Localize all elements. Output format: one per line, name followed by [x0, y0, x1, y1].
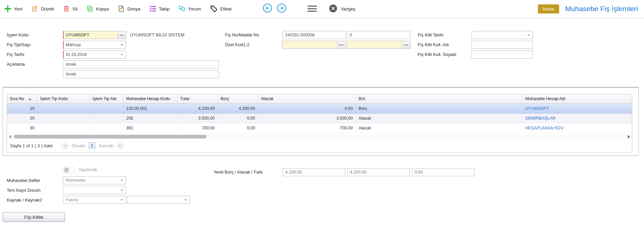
cell-hesap-kodu: 255 [123, 113, 177, 123]
nav-prev-button[interactable] [262, 3, 272, 14]
horizontal-scrollbar[interactable] [7, 134, 632, 139]
copy-button[interactable]: Kopya [86, 5, 109, 12]
comment-button[interactable]: Yorum [178, 5, 201, 12]
page-title: Muhasebe Fiş İşlemleri [565, 5, 638, 13]
follow-button[interactable]: Takip [149, 5, 170, 12]
cell-ba: Alacak [356, 123, 522, 133]
isyeri-kodu-label: İşyeri Kodu [7, 31, 29, 39]
col-header-islem-tip-adi[interactable]: İşlem Tip Adı [90, 94, 123, 103]
company-name-text: UYUMSOFT BİLGİ SİSTEM [130, 31, 185, 39]
yerel-label: Yerel Borç / Alacak / Fark [214, 168, 262, 176]
page-next-button[interactable] [117, 143, 123, 149]
yerel-alacak-field[interactable]: 4.200,00 [347, 168, 410, 176]
ters-kayit-dropdown[interactable] [63, 186, 126, 194]
copy-icon [86, 5, 94, 12]
cell-borc: 0,00 [218, 123, 258, 133]
isyeri-kodu-lookup-button[interactable]: ••• [118, 31, 126, 39]
col-header-borc[interactable]: Borç [218, 94, 258, 103]
cell-tutar: 3.500,00 [177, 113, 218, 123]
ozel-kod2-field[interactable] [347, 41, 402, 49]
col-header-alacak[interactable]: Alacak [258, 94, 356, 103]
cell-tutar: 4.200,00 [177, 103, 218, 113]
cell-sira-no: 30 [7, 123, 37, 133]
edit-button-label: Düzelt [41, 6, 54, 11]
kaynak-dropdown[interactable]: Fatura [63, 196, 126, 204]
new-button-label: Yeni [14, 6, 23, 11]
fis-tipi-dropdown[interactable]: Mahsup [63, 41, 126, 49]
fis-no-field[interactable]: 240331-000008 [282, 31, 346, 39]
kaynak-label: Kaynak / Kaynak2 [7, 196, 42, 204]
aciklama-field-1[interactable]: örnek [63, 60, 219, 68]
copy-button-label: Kopya [96, 6, 109, 11]
chevron-down-icon [121, 189, 123, 191]
col-header-ba[interactable]: B/A [356, 94, 522, 103]
fis-kilit-tarihi-dropdown[interactable] [472, 31, 533, 39]
kaynak2-dropdown[interactable] [127, 196, 190, 204]
comments-icon [178, 5, 186, 12]
fis-kilit-kull-soyadi-field[interactable] [472, 51, 533, 59]
table-row[interactable]: 30 391 700,00 0,00 700,00 Alacak HESAPLA… [7, 123, 632, 133]
cell-alacak: 0,00 [258, 103, 356, 113]
madde-no-field[interactable]: 0 [347, 31, 410, 39]
fis-tarihi-dropdown[interactable]: 31.03.2024 [63, 51, 126, 59]
chevron-down-icon [121, 54, 123, 56]
label-button-label: Etiket [220, 6, 232, 11]
cell-borc: 4.200,00 [218, 103, 258, 113]
aciklama-field-2[interactable]: örnek [63, 70, 219, 78]
comment-button-label: Yorum [188, 6, 201, 11]
file-button-label: Dosya [127, 6, 140, 11]
cell-islem-tip-kodu [37, 123, 90, 133]
sort-asc-icon [29, 98, 31, 100]
cell-hesap-kodu: 391 [123, 123, 177, 133]
label-button[interactable]: Etiket [210, 5, 232, 13]
col-header-muhasebe-hesap-adi[interactable]: Muhasebe Hesap Adı [522, 94, 632, 103]
follow-button-label: Takip [159, 6, 170, 11]
cell-islem-tip-adi [90, 123, 123, 133]
fis-kilit-kull-adi-field[interactable] [472, 41, 533, 49]
close-icon [328, 4, 338, 14]
new-button[interactable]: Yeni [4, 5, 23, 12]
table-row[interactable]: 10 120.00.001 4.200,00 4.200,00 0,00 Bor… [7, 103, 632, 113]
yerel-fark-field[interactable]: 0,00 [412, 168, 475, 176]
cell-sira-no: 20 [7, 113, 37, 123]
record-nav [262, 3, 287, 14]
incele-button[interactable]: İncele [538, 4, 559, 13]
cell-sira-no: 10 [7, 103, 37, 113]
col-header-islem-tip-kodu[interactable]: İşlem Tip Kodu [37, 94, 90, 103]
col-header-muhasebe-hesap-kodu[interactable]: Muhasebe Hesap Kodu [123, 94, 177, 103]
yerel-borc-field[interactable]: 4.200,00 [283, 168, 345, 176]
edit-icon [31, 5, 39, 12]
prev-label[interactable]: Önceki [72, 143, 85, 148]
cancel-button[interactable]: Vazgeç [328, 4, 355, 14]
chevron-left-icon [64, 144, 66, 147]
cancel-button-label: Vazgeç [341, 6, 355, 11]
muhasebe-defter-dropdown[interactable]: Muhasebe [63, 176, 126, 184]
menu-icon[interactable] [308, 5, 318, 12]
page-prev-button[interactable] [62, 143, 68, 149]
scroll-left-icon[interactable] [9, 135, 11, 139]
ozel-kod1-field[interactable] [282, 41, 337, 49]
next-label[interactable]: Sonraki [99, 143, 114, 148]
edit-button[interactable]: Düzelt [31, 5, 54, 12]
ozel-kod1-lookup-button[interactable]: ••• [337, 41, 346, 49]
delete-button[interactable]: Sil [63, 5, 77, 12]
fis-tarihi-label: Fiş Tarihi [7, 51, 24, 59]
col-header-sira-no[interactable]: Sıra No [7, 94, 37, 103]
table-row[interactable]: 20 255 3.500,00 0,00 3.500,00 Alacak DEM… [7, 113, 632, 123]
scroll-right-icon[interactable] [628, 135, 630, 139]
cell-hesap-adi: UYUMSOFT. [522, 103, 632, 113]
fisi-kilitle-button[interactable]: Fişi Kilitle [3, 212, 65, 222]
yazdirildi-toggle[interactable] [63, 166, 75, 173]
scrollbar-thumb[interactable] [14, 135, 206, 139]
pagination-summary: Sayfa 1 of 1 ( 3 ) Adet [10, 143, 53, 148]
col-header-tutar[interactable]: Tutar [177, 94, 218, 103]
page-number[interactable]: 1 [89, 142, 95, 149]
file-button[interactable]: Dosya [118, 5, 140, 12]
ters-kayit-label: Ters Kayıt Durum [7, 186, 40, 194]
fis-kilit-kull-soyadi-label: Fiş Kilit Kull. Soyadı [418, 51, 456, 59]
ozel-kod2-lookup-button[interactable]: ••• [402, 41, 411, 49]
cell-hesap-adi: DEMİRBAŞLAR [522, 113, 632, 123]
nav-next-button[interactable] [277, 3, 287, 14]
voucher-lines-panel: Sıra No İşlem Tip Kodu İşlem Tip Adı Muh… [3, 87, 639, 156]
isyeri-kodu-field[interactable]: UYUMSOFT [63, 31, 118, 39]
